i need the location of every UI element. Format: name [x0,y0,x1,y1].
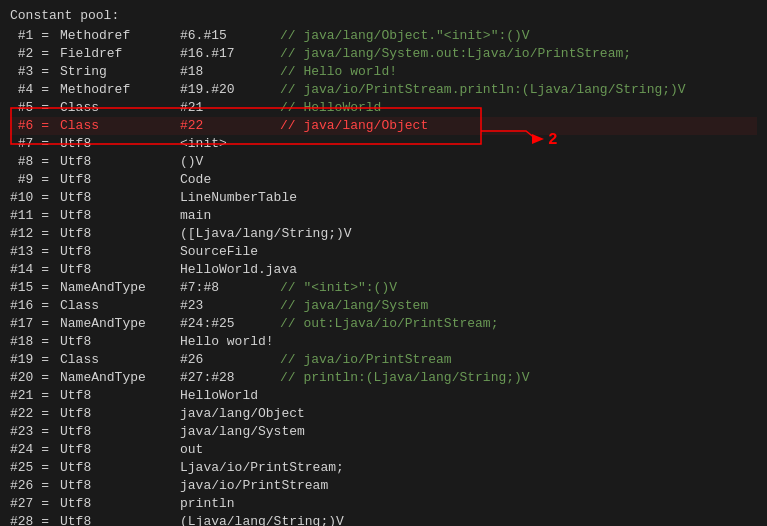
entry-type: Utf8 [60,171,180,189]
pool-entry: #25 = Utf8 Ljava/io/PrintStream; [10,459,757,477]
entry-type: Utf8 [60,333,180,351]
pool-entry: #7 = Utf8 <init> [10,135,757,153]
entry-ref: SourceFile [180,243,280,261]
pool-entry: #9 = Utf8 Code [10,171,757,189]
entry-number: #19 = [10,351,60,369]
entry-type: Utf8 [60,513,180,526]
pool-entry: #18 = Utf8 Hello world! [10,333,757,351]
entry-number: #17 = [10,315,60,333]
entry-ref: LineNumberTable [180,189,297,207]
entry-type: Class [60,99,180,117]
entry-number: #10 = [10,189,60,207]
content-wrapper: Constant pool: #1 = Methodref #6.#15 // … [10,8,757,526]
entry-type: Utf8 [60,243,180,261]
entry-type: Utf8 [60,423,180,441]
entry-number: #2 = [10,45,60,63]
pool-entry: #19 = Class #26 // java/io/PrintStream [10,351,757,369]
entry-ref: #7:#8 [180,279,280,297]
pool-entry: #26 = Utf8 java/io/PrintStream [10,477,757,495]
entry-number: #28 = [10,513,60,526]
entry-comment: // println:(Ljava/lang/String;)V [280,369,530,387]
entry-comment: // java/lang/System.out:Ljava/io/PrintSt… [280,45,631,63]
entry-number: #22 = [10,405,60,423]
entry-ref: #24:#25 [180,315,280,333]
entry-comment: // java/lang/System [280,297,428,315]
entry-type: Utf8 [60,207,180,225]
entry-comment: // HelloWorld [280,99,381,117]
entry-type: NameAndType [60,369,180,387]
entry-ref: #21 [180,99,280,117]
entry-number: #25 = [10,459,60,477]
pool-entry: #20 = NameAndType #27:#28 // println:(Lj… [10,369,757,387]
entry-comment: // java/lang/Object."<init>":()V [280,27,530,45]
entry-ref: #22 [180,117,280,135]
pool-entry: #21 = Utf8 HelloWorld [10,387,757,405]
entry-type: Utf8 [60,225,180,243]
entry-type: Utf8 [60,387,180,405]
entry-ref: java/lang/System [180,423,305,441]
entry-ref: Code [180,171,280,189]
entry-ref: (Ljava/lang/String;)V [180,513,344,526]
entry-number: #20 = [10,369,60,387]
entry-ref: #27:#28 [180,369,280,387]
entry-type: Utf8 [60,495,180,513]
pool-entry: #16 = Class #23 // java/lang/System [10,297,757,315]
entry-number: #3 = [10,63,60,81]
entry-ref: #26 [180,351,280,369]
entry-ref: ()V [180,153,280,171]
entry-number: #11 = [10,207,60,225]
header: Constant pool: [10,8,757,23]
entry-ref: #16.#17 [180,45,280,63]
entry-number: #4 = [10,81,60,99]
entry-ref: <init> [180,135,280,153]
pool-entry: #23 = Utf8 java/lang/System [10,423,757,441]
entry-number: #8 = [10,153,60,171]
entry-number: #27 = [10,495,60,513]
pool-entry: #2 = Fieldref #16.#17 // java/lang/Syste… [10,45,757,63]
entry-type: Utf8 [60,135,180,153]
entry-comment: // java/io/PrintStream [280,351,452,369]
entry-number: #7 = [10,135,60,153]
entry-ref: #18 [180,63,280,81]
pool-entry: #5 = Class #21 // HelloWorld [10,99,757,117]
entry-number: #9 = [10,171,60,189]
entry-number: #1 = [10,27,60,45]
entry-number: #16 = [10,297,60,315]
entry-ref: java/io/PrintStream [180,477,328,495]
pool-entry: #15 = NameAndType #7:#8 // "<init>":()V [10,279,757,297]
entry-type: Utf8 [60,477,180,495]
entry-ref: main [180,207,280,225]
entry-comment: // Hello world! [280,63,397,81]
entry-ref: #19.#20 [180,81,280,99]
entry-ref: ([Ljava/lang/String;)V [180,225,352,243]
entry-ref: #23 [180,297,280,315]
entry-number: #24 = [10,441,60,459]
pool-entry: #3 = String #18 // Hello world! [10,63,757,81]
entry-number: #21 = [10,387,60,405]
entry-ref: java/lang/Object [180,405,305,423]
entry-ref: Ljava/io/PrintStream; [180,459,344,477]
entry-ref: Hello world! [180,333,280,351]
pool-entry: #10 = Utf8 LineNumberTable [10,189,757,207]
entry-type: Class [60,297,180,315]
entry-number: #15 = [10,279,60,297]
entry-type: Class [60,117,180,135]
entry-comment: // java/io/PrintStream.println:(Ljava/la… [280,81,686,99]
entry-type: Utf8 [60,459,180,477]
entry-number: #23 = [10,423,60,441]
pool-entry: #28 = Utf8 (Ljava/lang/String;)V [10,513,757,526]
pool-entry: #24 = Utf8 out [10,441,757,459]
pool-entry: #13 = Utf8 SourceFile [10,243,757,261]
entry-number: #6 = [10,117,60,135]
entry-type: Utf8 [60,405,180,423]
pool-entry: #1 = Methodref #6.#15 // java/lang/Objec… [10,27,757,45]
entry-type: Utf8 [60,153,180,171]
entry-number: #12 = [10,225,60,243]
entry-comment: // "<init>":()V [280,279,397,297]
pool-entry: #4 = Methodref #19.#20 // java/io/PrintS… [10,81,757,99]
entry-number: #13 = [10,243,60,261]
pool-entry: #17 = NameAndType #24:#25 // out:Ljava/i… [10,315,757,333]
pool-entry: #12 = Utf8 ([Ljava/lang/String;)V [10,225,757,243]
entry-ref: out [180,441,280,459]
entry-comment: // out:Ljava/io/PrintStream; [280,315,498,333]
